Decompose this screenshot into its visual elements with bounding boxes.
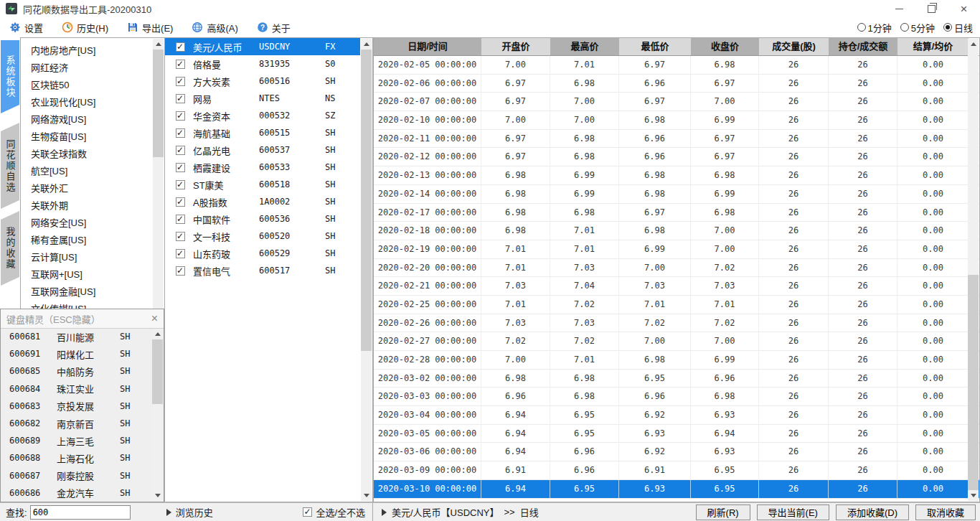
sector-item[interactable]: 云计算[US] (21, 249, 164, 266)
stock-row[interactable]: 倍格曼831935S0 (165, 55, 360, 72)
checkbox-checked-icon[interactable] (176, 146, 185, 155)
table-row[interactable]: 2020-03-06 00:00:006.946.966.926.9326260… (374, 443, 979, 461)
checkbox-checked-icon[interactable] (303, 507, 312, 517)
stock-row[interactable]: 中国软件600536SH (165, 210, 360, 227)
remove-favorite-button[interactable]: 取消收藏 (915, 504, 976, 520)
sector-item[interactable]: 关联外期 (21, 197, 164, 215)
minimize-icon[interactable] (883, 0, 915, 17)
stock-row[interactable]: 亿晶光电600537SH (165, 141, 360, 159)
scroll-down-icon[interactable] (361, 490, 372, 501)
sector-item[interactable]: 航空[US] (21, 163, 164, 180)
wizard-title-bar[interactable]: 键盘精灵（ESC隐藏） (1, 309, 164, 329)
checkbox-checked-icon[interactable] (176, 77, 185, 86)
table-row[interactable]: 2020-02-06 00:00:006.976.986.966.9726260… (374, 75, 979, 93)
table-row[interactable]: 2020-02-26 00:00:007.037.037.027.0226260… (374, 314, 979, 333)
scroll-up-icon[interactable] (152, 329, 163, 339)
column-header[interactable]: 日期/时间 (374, 38, 481, 55)
wizard-row[interactable]: 600681百川能源SH (1, 328, 164, 345)
checkbox-checked-icon[interactable] (176, 197, 185, 207)
column-header[interactable]: 持仓/成交额 (829, 38, 897, 55)
table-row[interactable]: 2020-02-10 00:00:007.007.006.986.9926260… (374, 111, 979, 130)
advanced-button[interactable]: 高级(A) (182, 18, 247, 37)
scroll-up-icon[interactable] (361, 39, 372, 50)
find-input[interactable] (30, 505, 131, 520)
stock-row[interactable]: 方大炭素600516SH (165, 72, 360, 90)
stock-row[interactable]: 置信电气600517SH (165, 262, 360, 279)
scroll-thumb[interactable] (153, 50, 164, 157)
stock-row[interactable]: ST康美600518SH (165, 176, 360, 193)
wizard-row[interactable]: 600686金龙汽车SH (1, 484, 164, 502)
table-row[interactable]: 2020-02-18 00:00:006.987.016.987.0026260… (374, 222, 979, 240)
wizard-row[interactable]: 600687刚泰控股SH (1, 467, 164, 484)
column-header[interactable]: 最高价 (550, 38, 619, 55)
table-row[interactable]: 2020-03-03 00:00:006.966.986.966.9826260… (374, 388, 979, 406)
table-row[interactable]: 2020-03-02 00:00:006.986.986.956.9626260… (374, 370, 979, 388)
stock-row[interactable]: 文一科技600520SH (165, 227, 360, 245)
export-button[interactable]: 导出(E) (118, 18, 182, 37)
browse-history-button[interactable]: 浏览历史 (166, 505, 213, 519)
sector-item[interactable]: 网络安全[US] (21, 215, 164, 232)
stock-row[interactable]: 山东药玻600529SH (165, 245, 360, 262)
add-favorite-button[interactable]: 添加收藏(D) (836, 504, 909, 520)
side-tab-2[interactable]: 同花顺自选 (1, 123, 19, 209)
wizard-row[interactable]: 600691阳煤化工SH (1, 345, 164, 362)
stock-row[interactable]: 栖霞建设600533SH (165, 159, 360, 176)
table-row[interactable]: 2020-02-12 00:00:006.976.986.966.9726260… (374, 148, 979, 166)
column-header[interactable]: 开盘价 (481, 38, 550, 55)
table-row[interactable]: 2020-02-27 00:00:007.027.027.007.0026260… (374, 332, 979, 351)
scroll-thumb[interactable] (361, 50, 372, 351)
stock-row[interactable]: 美元/人民币USDCNYFX (165, 38, 360, 55)
close-icon[interactable] (948, 0, 980, 17)
period-radio-2[interactable]: 5分钟 (900, 21, 935, 34)
table-row[interactable]: 2020-02-11 00:00:006.976.986.966.9726260… (374, 130, 979, 149)
checkbox-checked-icon[interactable] (176, 128, 185, 138)
sector-item[interactable]: 生物疫苗[US] (21, 128, 164, 146)
table-row[interactable]: 2020-02-05 00:00:007.007.016.976.9826260… (374, 56, 979, 75)
scroll-up-icon[interactable] (153, 39, 164, 50)
checkbox-checked-icon[interactable] (176, 180, 185, 189)
checkbox-checked-icon[interactable] (176, 266, 185, 276)
stock-row[interactable]: 网易NTESNS (165, 90, 360, 107)
table-row[interactable]: 2020-02-20 00:00:007.017.037.007.0226260… (374, 259, 979, 278)
scroll-up-icon[interactable] (968, 39, 979, 50)
stock-row[interactable]: 海航基础600515SH (165, 124, 360, 141)
scroll-down-icon[interactable] (152, 490, 163, 501)
table-scrollbar[interactable] (968, 39, 979, 501)
checkbox-checked-icon[interactable] (176, 249, 185, 258)
scroll-down-icon[interactable] (968, 490, 979, 501)
wizard-row[interactable]: 600688上海石化SH (1, 449, 164, 466)
restore-icon[interactable] (915, 0, 948, 17)
side-tab-1[interactable]: 系统板块 (1, 40, 19, 113)
side-tab-3[interactable]: 我的收藏 (1, 211, 19, 286)
table-row[interactable]: 2020-02-14 00:00:006.986.996.986.9926260… (374, 185, 979, 204)
sector-item[interactable]: 关联外汇 (21, 180, 164, 197)
table-row[interactable]: 2020-02-07 00:00:006.977.006.977.0026260… (374, 93, 979, 111)
sector-item[interactable]: 互联网金融[US] (21, 283, 164, 301)
table-row[interactable]: 2020-02-21 00:00:007.037.047.037.0326260… (374, 277, 979, 296)
column-header[interactable]: 结算/均价 (897, 38, 969, 55)
sector-item[interactable]: 网络游戏[US] (21, 111, 164, 128)
table-row[interactable]: 2020-02-28 00:00:007.007.016.986.9926260… (374, 351, 979, 370)
column-header[interactable]: 收盘价 (691, 38, 759, 55)
table-row[interactable]: 2020-02-17 00:00:006.986.986.976.9826260… (374, 204, 979, 222)
refresh-button[interactable]: 刷新(R) (696, 504, 750, 520)
wizard-scrollbar[interactable] (152, 329, 163, 501)
table-row[interactable]: 2020-03-10 00:00:006.946.956.936.9526260… (374, 480, 979, 499)
wizard-row[interactable]: 600682南京新百SH (1, 415, 164, 432)
stock-scrollbar[interactable] (361, 39, 372, 501)
sector-item[interactable]: 稀有金属[US] (21, 232, 164, 249)
checkbox-checked-icon[interactable] (176, 94, 185, 103)
column-header[interactable]: 成交量(股) (759, 38, 829, 55)
period-radio-3[interactable]: 日线 (943, 21, 973, 34)
table-row[interactable]: 2020-02-13 00:00:006.986.996.986.9826260… (374, 166, 979, 185)
about-button[interactable]: ? 关于 (248, 18, 300, 37)
period-radio-1[interactable]: 1分钟 (857, 21, 892, 34)
wizard-row[interactable]: 600689上海三毛SH (1, 432, 164, 449)
table-row[interactable]: 2020-02-19 00:00:007.017.016.997.0026260… (374, 240, 979, 259)
wizard-row[interactable]: 600685中船防务SH (1, 362, 164, 380)
sector-item[interactable]: 区块链50 (21, 77, 164, 94)
export-current-button[interactable]: 导出当前(E) (757, 504, 829, 520)
checkbox-checked-icon[interactable] (176, 111, 185, 121)
history-button[interactable]: 历史(H) (52, 18, 118, 37)
checkbox-checked-icon[interactable] (176, 60, 185, 69)
